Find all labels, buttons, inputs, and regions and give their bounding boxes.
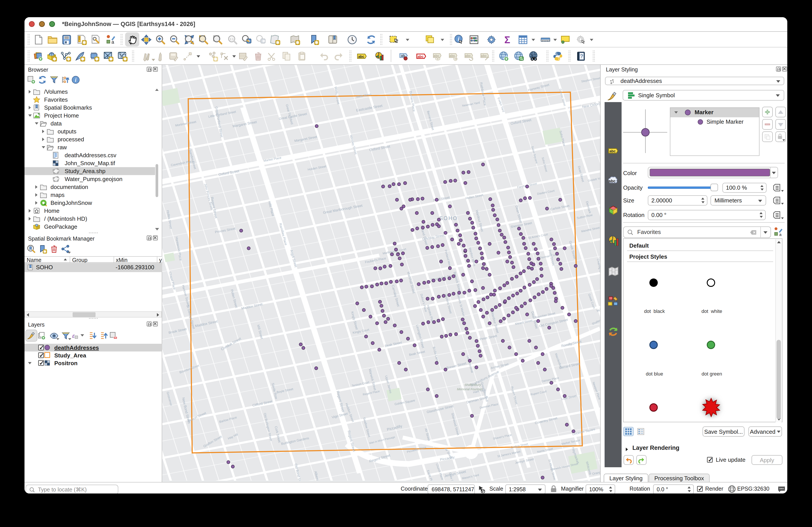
svg-text:Memorial Fountain: Memorial Fountain <box>457 388 482 391</box>
svg-text:SOHO: SOHO <box>439 215 458 221</box>
svg-text:Shaftesbury: Shaftesbury <box>464 383 481 387</box>
svg-text:a: a <box>779 232 782 237</box>
